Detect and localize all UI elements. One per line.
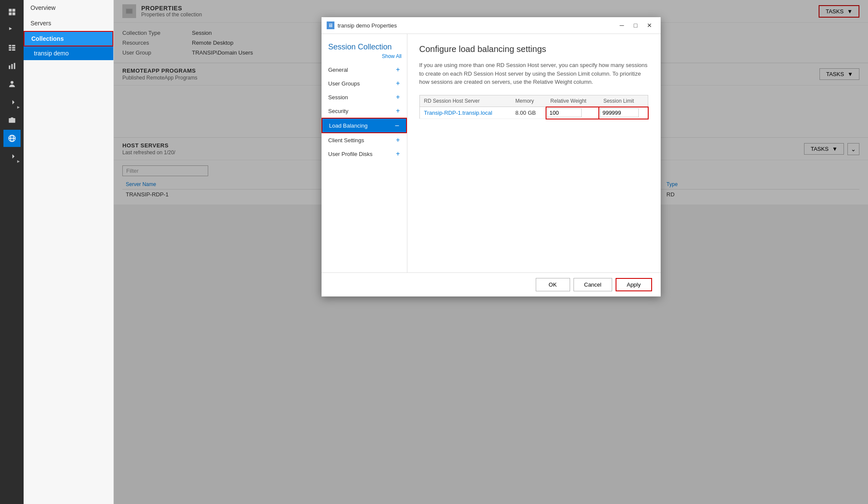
lb-col-server: RD Session Host Server [419,95,511,107]
maximize-button[interactable]: □ [630,21,642,30]
svg-rect-12 [14,63,15,69]
apply-button[interactable]: Apply [616,278,652,291]
menu-item-general[interactable]: General + [322,63,407,76]
svg-rect-0 [9,9,12,12]
minimize-button[interactable]: ─ [616,21,628,30]
svg-point-13 [10,81,13,84]
lb-limit-cell [599,107,648,119]
lb-table-row: Transip-RDP-1.transip.local 8.00 GB [419,107,648,119]
menu-label-client-settings: Client Settings [328,137,364,144]
dialog-body: Session Collection Show All General + Us… [322,34,661,272]
lb-limit-input[interactable] [600,108,639,117]
svg-rect-11 [11,64,12,69]
show-all-link[interactable]: Show All [322,53,407,63]
svg-rect-10 [9,65,10,69]
dialog-title: transip demo Properties [338,22,613,29]
svg-rect-5 [12,45,15,46]
svg-rect-3 [12,12,15,15]
menu-item-session[interactable]: Session + [322,90,407,104]
menu-label-general: General [328,67,348,73]
dashboard-icon[interactable] [3,3,21,21]
main-content: PROPERTIES Properties of the collection … [114,0,868,504]
ok-button[interactable]: OK [536,278,570,291]
camera-icon[interactable] [3,112,21,129]
nav-item-overview[interactable]: Overview [24,0,113,15]
dialog-heading: Session Collection [322,39,407,53]
dialog-titlebar: 🖥 transip demo Properties ─ □ ✕ [322,17,661,34]
nav-sub-item-transip-demo[interactable]: transip demo [24,46,113,60]
dialog-main: Configure load balancing settings If you… [407,34,661,272]
lb-memory-cell: 8.00 GB [511,107,546,119]
arrow-icon2[interactable] [3,148,21,165]
menu-item-user-profile-disks[interactable]: User Profile Disks + [322,147,407,161]
svg-rect-1 [12,9,15,12]
nav-section-collections[interactable]: Collections [24,31,113,46]
svg-rect-7 [12,47,15,49]
menu-icon-general: + [396,66,400,73]
menu-item-user-groups[interactable]: User Groups + [322,76,407,90]
flag-icon[interactable] [3,21,21,39]
dialog: 🖥 transip demo Properties ─ □ ✕ Session … [322,17,661,296]
menu-item-load-balancing[interactable]: Load Balancing – [322,118,407,133]
dialog-sidebar: Session Collection Show All General + Us… [322,34,407,272]
svg-rect-8 [9,49,11,51]
lb-col-memory: Memory [511,95,546,107]
svg-rect-2 [9,12,12,15]
menu-item-client-settings[interactable]: Client Settings + [322,133,407,147]
menu-label-security: Security [328,108,349,114]
chart-icon[interactable] [3,58,21,75]
lb-server-cell: Transip-RDP-1.transip.local [419,107,511,119]
menu-label-load-balancing: Load Balancing [329,122,368,129]
menu-icon-session: + [396,93,400,101]
svg-rect-6 [9,47,11,49]
dialog-main-title: Configure load balancing settings [419,44,649,54]
lb-table: RD Session Host Server Memory Relative W… [419,95,649,119]
dialog-main-description: If you are using more than one RD Sessio… [419,61,649,86]
dialog-controls: ─ □ ✕ [616,21,656,30]
menu-icon-user-profile-disks: + [396,150,400,158]
globe-icon[interactable] [3,130,21,147]
lb-col-weight: Relative Weight [546,95,599,107]
menu-label-user-profile-disks: User Profile Disks [328,151,373,157]
grid-icon[interactable] [3,40,21,57]
lb-weight-input[interactable] [547,108,582,117]
svg-rect-9 [12,49,15,51]
menu-icon-load-balancing: – [395,122,399,129]
arrow-right-icon[interactable] [3,94,21,111]
person-icon[interactable] [3,76,21,93]
menu-icon-client-settings: + [396,136,400,144]
nav-item-servers[interactable]: Servers [24,15,113,31]
menu-label-user-groups: User Groups [328,80,360,87]
lb-col-limit: Session Limit [599,95,648,107]
dialog-footer: OK Cancel Apply [322,272,661,296]
menu-icon-user-groups: + [396,79,400,87]
nav-panel: Overview Servers Collections transip dem… [24,0,114,504]
menu-icon-security: + [396,107,400,115]
dialog-titlebar-icon: 🖥 [327,21,334,29]
lb-weight-cell [546,107,599,119]
close-button[interactable]: ✕ [643,21,656,30]
menu-item-security[interactable]: Security + [322,104,407,118]
sidebar-icons [0,0,24,504]
svg-rect-4 [9,45,11,46]
dialog-overlay: 🖥 transip demo Properties ─ □ ✕ Session … [114,0,868,504]
menu-label-session: Session [328,94,348,101]
cancel-button[interactable]: Cancel [574,278,612,291]
